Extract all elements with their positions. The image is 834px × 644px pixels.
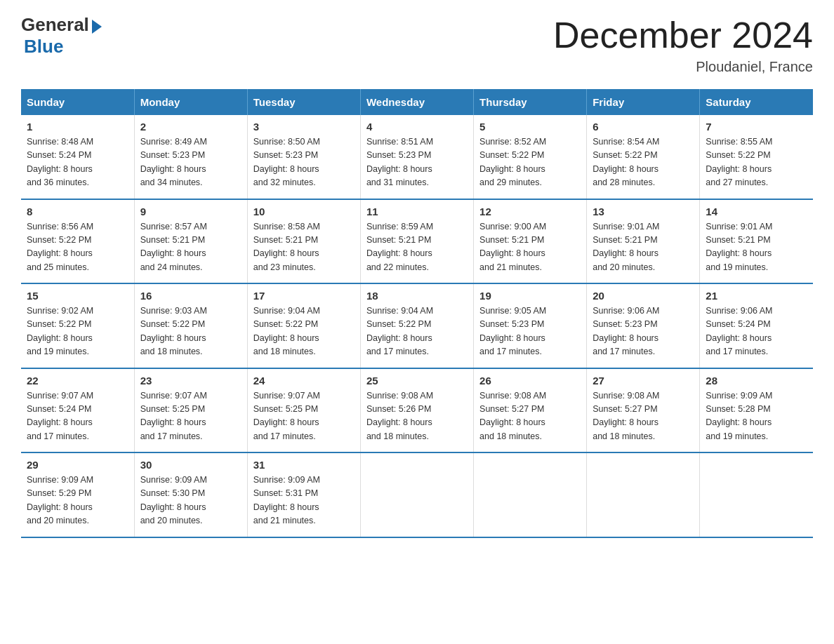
day-number: 17 <box>253 290 355 302</box>
day-number: 4 <box>366 121 468 133</box>
day-number: 3 <box>253 121 355 133</box>
day-number: 2 <box>140 121 241 133</box>
day-info: Sunrise: 9:07 AMSunset: 5:25 PMDaylight:… <box>140 389 241 444</box>
calendar-header-row: SundayMondayTuesdayWednesdayThursdayFrid… <box>21 89 813 115</box>
week-row-2: 8Sunrise: 8:56 AMSunset: 5:22 PMDaylight… <box>21 199 813 284</box>
day-cell: 24Sunrise: 9:07 AMSunset: 5:25 PMDayligh… <box>247 368 360 453</box>
day-info: Sunrise: 9:09 AMSunset: 5:30 PMDaylight:… <box>140 474 241 528</box>
day-number: 10 <box>253 206 355 217</box>
day-info: Sunrise: 9:08 AMSunset: 5:27 PMDaylight:… <box>479 389 581 444</box>
day-number: 27 <box>593 375 694 387</box>
day-info: Sunrise: 8:55 AMSunset: 5:22 PMDaylight:… <box>706 135 807 190</box>
column-header-saturday: Saturday <box>700 89 813 115</box>
day-number: 1 <box>27 121 128 133</box>
day-info: Sunrise: 9:01 AMSunset: 5:21 PMDaylight:… <box>706 220 807 275</box>
day-cell: 25Sunrise: 9:08 AMSunset: 5:26 PMDayligh… <box>360 368 473 453</box>
logo-arrow-icon <box>92 20 102 34</box>
day-number: 7 <box>706 121 807 133</box>
column-header-friday: Friday <box>587 89 700 115</box>
day-cell: 1Sunrise: 8:48 AMSunset: 5:24 PMDaylight… <box>21 115 134 199</box>
day-cell: 10Sunrise: 8:58 AMSunset: 5:21 PMDayligh… <box>247 199 360 284</box>
day-number: 19 <box>479 290 581 302</box>
page-header: General Blue December 2024 Ploudaniel, F… <box>21 14 813 75</box>
day-cell: 13Sunrise: 9:01 AMSunset: 5:21 PMDayligh… <box>587 199 700 284</box>
title-section: December 2024 Ploudaniel, France <box>553 14 813 75</box>
day-info: Sunrise: 9:02 AMSunset: 5:22 PMDaylight:… <box>27 304 128 359</box>
column-header-monday: Monday <box>134 89 247 115</box>
day-cell <box>360 452 473 537</box>
day-number: 28 <box>706 375 807 387</box>
week-row-5: 29Sunrise: 9:09 AMSunset: 5:29 PMDayligh… <box>21 452 813 537</box>
page-title: December 2024 <box>553 14 813 56</box>
subtitle: Ploudaniel, France <box>553 59 813 75</box>
day-cell: 17Sunrise: 9:04 AMSunset: 5:22 PMDayligh… <box>247 283 360 368</box>
day-cell: 9Sunrise: 8:57 AMSunset: 5:21 PMDaylight… <box>134 199 247 284</box>
calendar-table: SundayMondayTuesdayWednesdayThursdayFrid… <box>21 89 813 538</box>
day-cell <box>474 452 587 537</box>
day-cell: 20Sunrise: 9:06 AMSunset: 5:23 PMDayligh… <box>587 283 700 368</box>
day-info: Sunrise: 9:06 AMSunset: 5:24 PMDaylight:… <box>706 304 807 359</box>
day-cell: 27Sunrise: 9:08 AMSunset: 5:27 PMDayligh… <box>587 368 700 453</box>
day-number: 8 <box>27 206 128 217</box>
day-number: 24 <box>253 375 355 387</box>
day-number: 26 <box>479 375 581 387</box>
day-cell <box>587 452 700 537</box>
day-info: Sunrise: 9:04 AMSunset: 5:22 PMDaylight:… <box>366 304 468 359</box>
logo: General Blue <box>21 14 102 58</box>
day-info: Sunrise: 9:03 AMSunset: 5:22 PMDaylight:… <box>140 304 241 359</box>
column-header-wednesday: Wednesday <box>360 89 473 115</box>
day-cell: 3Sunrise: 8:50 AMSunset: 5:23 PMDaylight… <box>247 115 360 199</box>
column-header-thursday: Thursday <box>474 89 587 115</box>
day-cell: 19Sunrise: 9:05 AMSunset: 5:23 PMDayligh… <box>474 283 587 368</box>
day-cell: 15Sunrise: 9:02 AMSunset: 5:22 PMDayligh… <box>21 283 134 368</box>
day-cell: 11Sunrise: 8:59 AMSunset: 5:21 PMDayligh… <box>360 199 473 284</box>
day-cell: 26Sunrise: 9:08 AMSunset: 5:27 PMDayligh… <box>474 368 587 453</box>
day-info: Sunrise: 9:05 AMSunset: 5:23 PMDaylight:… <box>479 304 581 359</box>
day-info: Sunrise: 9:07 AMSunset: 5:25 PMDaylight:… <box>253 389 355 444</box>
day-number: 29 <box>27 459 128 471</box>
day-number: 18 <box>366 290 468 302</box>
day-number: 12 <box>479 206 581 217</box>
day-cell: 30Sunrise: 9:09 AMSunset: 5:30 PMDayligh… <box>134 452 247 537</box>
day-info: Sunrise: 9:09 AMSunset: 5:29 PMDaylight:… <box>27 474 128 528</box>
day-number: 11 <box>366 206 468 217</box>
day-cell: 22Sunrise: 9:07 AMSunset: 5:24 PMDayligh… <box>21 368 134 453</box>
day-number: 14 <box>706 206 807 217</box>
day-cell: 12Sunrise: 9:00 AMSunset: 5:21 PMDayligh… <box>474 199 587 284</box>
logo-blue-text: Blue <box>24 36 63 58</box>
day-cell: 7Sunrise: 8:55 AMSunset: 5:22 PMDaylight… <box>700 115 813 199</box>
day-cell: 23Sunrise: 9:07 AMSunset: 5:25 PMDayligh… <box>134 368 247 453</box>
day-cell: 5Sunrise: 8:52 AMSunset: 5:22 PMDaylight… <box>474 115 587 199</box>
day-info: Sunrise: 8:57 AMSunset: 5:21 PMDaylight:… <box>140 220 241 275</box>
day-info: Sunrise: 8:51 AMSunset: 5:23 PMDaylight:… <box>366 135 468 190</box>
column-header-tuesday: Tuesday <box>247 89 360 115</box>
day-number: 13 <box>593 206 694 217</box>
day-info: Sunrise: 9:09 AMSunset: 5:31 PMDaylight:… <box>253 474 355 528</box>
day-info: Sunrise: 9:09 AMSunset: 5:28 PMDaylight:… <box>706 389 807 444</box>
day-info: Sunrise: 9:08 AMSunset: 5:26 PMDaylight:… <box>366 389 468 444</box>
day-info: Sunrise: 9:00 AMSunset: 5:21 PMDaylight:… <box>479 220 581 275</box>
week-row-3: 15Sunrise: 9:02 AMSunset: 5:22 PMDayligh… <box>21 283 813 368</box>
day-number: 15 <box>27 290 128 302</box>
day-cell: 8Sunrise: 8:56 AMSunset: 5:22 PMDaylight… <box>21 199 134 284</box>
column-header-sunday: Sunday <box>21 89 134 115</box>
day-cell: 6Sunrise: 8:54 AMSunset: 5:22 PMDaylight… <box>587 115 700 199</box>
day-info: Sunrise: 9:06 AMSunset: 5:23 PMDaylight:… <box>593 304 694 359</box>
day-cell: 21Sunrise: 9:06 AMSunset: 5:24 PMDayligh… <box>700 283 813 368</box>
day-cell: 14Sunrise: 9:01 AMSunset: 5:21 PMDayligh… <box>700 199 813 284</box>
day-info: Sunrise: 9:01 AMSunset: 5:21 PMDaylight:… <box>593 220 694 275</box>
day-info: Sunrise: 8:49 AMSunset: 5:23 PMDaylight:… <box>140 135 241 190</box>
week-row-4: 22Sunrise: 9:07 AMSunset: 5:24 PMDayligh… <box>21 368 813 453</box>
day-info: Sunrise: 9:07 AMSunset: 5:24 PMDaylight:… <box>27 389 128 444</box>
day-info: Sunrise: 8:58 AMSunset: 5:21 PMDaylight:… <box>253 220 355 275</box>
day-cell <box>700 452 813 537</box>
day-number: 23 <box>140 375 241 387</box>
day-number: 25 <box>366 375 468 387</box>
day-number: 30 <box>140 459 241 471</box>
day-number: 9 <box>140 206 241 217</box>
day-number: 16 <box>140 290 241 302</box>
day-info: Sunrise: 9:04 AMSunset: 5:22 PMDaylight:… <box>253 304 355 359</box>
day-cell: 16Sunrise: 9:03 AMSunset: 5:22 PMDayligh… <box>134 283 247 368</box>
day-info: Sunrise: 8:59 AMSunset: 5:21 PMDaylight:… <box>366 220 468 275</box>
logo-general-text: General <box>21 14 89 36</box>
